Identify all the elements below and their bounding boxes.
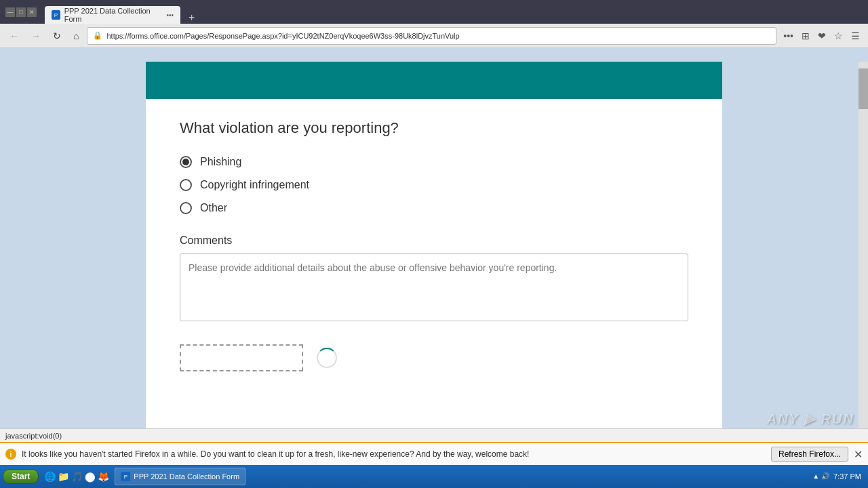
reload-button[interactable]: ↻ [49,28,65,44]
url-text: https://forms.office.com/Pages/ResponseP… [106,32,770,40]
home-button[interactable]: ⌂ [69,28,83,44]
address-bar[interactable]: 🔒 https://forms.office.com/Pages/Respons… [87,27,776,45]
notification-bar: i It looks like you haven't started Fire… [0,442,868,465]
firefox-quicklaunch[interactable]: 🦊 [98,471,109,482]
radio-phishing[interactable] [180,156,192,168]
clock: 7:37 PM [833,472,861,481]
comments-section: Comments [180,235,688,324]
radio-dot-phishing [182,159,189,165]
status-text: javascript:void(0) [5,432,62,440]
form-container: What violation are you reporting? Phishi… [146,62,722,428]
option-phishing[interactable]: Phishing [180,156,688,168]
tab-title: PPP 2021 Data Collection Form [64,7,160,23]
submit-spinner [317,348,337,368]
comments-textarea[interactable] [180,253,688,321]
close-button[interactable]: ✕ [27,7,37,17]
browser-window: — □ ✕ P PPP 2021 Data Collection Form ••… [0,0,868,465]
status-bar: javascript:void(0) [0,428,868,442]
minimize-button[interactable]: — [5,7,15,17]
system-tray: ▲ 🔊 7:37 PM [808,472,865,481]
label-phishing: Phishing [200,156,241,168]
page-content-area: What violation are you reporting? Phishi… [0,62,868,428]
label-other: Other [200,202,227,214]
violation-radio-group: Phishing Copyright infringement Other [180,156,688,214]
submit-area [180,344,688,371]
quick-launch: 🌐 📁 🎵 ⬤ 🦊 [44,471,109,482]
notification-icon: i [5,449,16,460]
refresh-firefox-button[interactable]: Refresh Firefox... [771,447,848,462]
tab-bar: P PPP 2021 Data Collection Form ••• + [45,0,863,24]
explorer-quicklaunch[interactable]: 📁 [58,471,69,482]
new-tab-button[interactable]: + [183,12,200,24]
radio-copyright[interactable] [180,179,192,191]
notification-text: It looks like you haven't started Firefo… [22,449,766,459]
clock-time: 7:37 PM [833,472,861,481]
scrollbar[interactable] [859,62,868,428]
question-title: What violation are you reporting? [180,119,688,137]
pocket-button[interactable]: ❤ [815,29,829,43]
tab-close-button[interactable]: ••• [166,12,174,19]
option-other[interactable]: Other [180,202,688,214]
taskbar-window-title: PPP 2021 Data Collection Form [134,472,239,481]
systray-icons: ▲ 🔊 [812,472,829,480]
label-copyright: Copyright infringement [200,179,309,191]
taskbar-active-window[interactable]: P PPP 2021 Data Collection Form [115,468,245,485]
chrome-quicklaunch[interactable]: ⬤ [85,471,96,482]
forward-button[interactable]: → [27,28,45,44]
submit-dashed-container[interactable] [180,344,303,371]
notification-close-button[interactable]: ✕ [854,448,863,461]
option-copyright[interactable]: Copyright infringement [180,179,688,191]
windows-taskbar: Start 🌐 📁 🎵 ⬤ 🦊 P PPP 2021 Data Collecti… [0,465,868,488]
window-controls: — □ ✕ [5,7,37,17]
reader-view-button[interactable]: ⊞ [799,29,812,43]
scrollbar-thumb[interactable] [859,68,868,109]
active-tab[interactable]: P PPP 2021 Data Collection Form ••• [45,6,180,24]
taskbar-window-icon: P [121,472,130,481]
maximize-button[interactable]: □ [16,7,26,17]
lock-icon: 🔒 [93,31,102,40]
radio-other[interactable] [180,202,192,214]
ie-quicklaunch[interactable]: 🌐 [44,471,56,482]
menu-button[interactable]: ☰ [848,29,863,43]
form-header-teal [146,62,722,99]
start-button[interactable]: Start [3,469,39,484]
back-button[interactable]: ← [5,28,23,44]
bookmark-button[interactable]: ☆ [831,29,846,43]
tab-favicon: P [52,10,60,20]
nav-extras: ••• ⊞ ❤ ☆ ☰ [781,29,863,43]
navigation-bar: ← → ↻ ⌂ 🔒 https://forms.office.com/Pages… [0,24,868,48]
comments-label: Comments [180,235,688,247]
media-quicklaunch[interactable]: 🎵 [71,471,83,482]
form-content: What violation are you reporting? Phishi… [146,99,722,392]
more-button[interactable]: ••• [781,29,796,43]
browser-title-bar: — □ ✕ P PPP 2021 Data Collection Form ••… [0,0,868,24]
